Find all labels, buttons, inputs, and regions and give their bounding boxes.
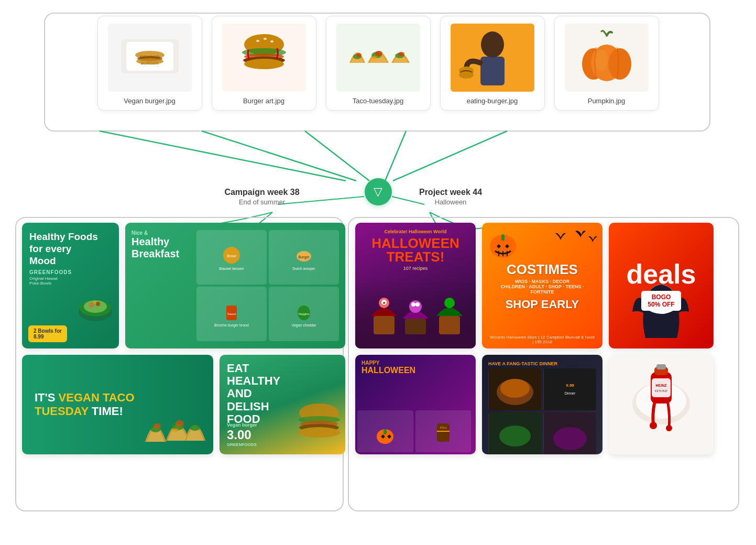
costumes-text: COSTIMES WIGS · MASKS · DECOR CHILDREN ·… [489,261,595,311]
svg-point-76 [444,298,455,308]
healthy-brand: GREENFOODS [29,269,112,275]
svg-point-72 [409,300,422,313]
hw-mag-header: Celebrate! Halloween World HALLOWEENTREA… [361,229,469,271]
cupcake-illustration: 👁 [363,290,468,344]
bats-decoration [555,227,597,255]
asset-card-vegan-burger[interactable]: BEYOND BURGER Vegan burger.jpg [97,16,202,111]
svg-rect-92 [544,368,596,410]
svg-line-2 [202,131,356,181]
svg-point-24 [270,40,273,42]
svg-point-29 [372,56,377,59]
asset-card-eating-burger[interactable]: eating-burger.jpg [440,16,545,111]
svg-text:HEINZ: HEINZ [656,384,667,387]
card-eat-healthy[interactable]: EATHEALTHYANDDELISHFOOD Vegan burger 3.0… [220,355,345,454]
svg-text:KiKa: KiKa [440,426,446,429]
svg-text:Veggies: Veggies [298,312,309,315]
svg-point-16 [136,58,163,64]
campaign-label-right: Project week 44 Halloween [398,188,503,206]
campaign-title-right: Project week 44 [398,188,503,197]
campaign-label-left: Campaign week 38 End of summer [204,188,320,206]
eat-healthy-price: Vegan burger 3.00 GREENFOODS [227,422,257,447]
card-costumes-shop[interactable]: COSTIMES WIGS · MASKS · DECOR CHILDREN ·… [482,223,602,348]
taco-text: IT'S VEGAN TACO TUESDAY TIME! [35,391,135,419]
main-scene: BEYOND BURGER Vegan burger.jpg [0,0,756,545]
asset-label-pumpkin: Pumpkin.jpg [588,97,626,105]
svg-line-1 [100,131,346,181]
svg-point-37 [459,71,474,79]
svg-rect-103 [656,364,666,369]
svg-text:KETCHUP: KETCHUP [655,389,668,393]
svg-line-4 [385,131,406,181]
svg-rect-67 [374,316,395,334]
campaign-title-left: Campaign week 38 [204,188,320,197]
campaign-subtitle-right: Halloween [398,198,503,206]
left-campaign-cluster: Healthy Foodsfor everyMood GREENFOODS Or… [22,223,344,461]
asset-card-taco-tuesday[interactable]: Taco-tuesday.jpg [326,16,431,111]
asset-card-burger-art[interactable]: Burger art.jpg [212,16,316,111]
card-halloween-mag[interactable]: Celebrate! Halloween World HALLOWEENTREA… [355,223,476,348]
svg-point-60 [172,428,179,432]
healthy-sub: Original HawaiiPoke-Bowls [29,276,112,286]
top-assets-row: BEYOND BURGER Vegan burger.jpg [47,16,709,111]
asset-label-vegan-burger: Vegan burger.jpg [124,97,175,105]
svg-text:Sauce: Sauce [227,312,236,315]
svg-line-5 [393,131,507,181]
costumes-footer: Wizards Halloween Store | 12 Campbell Bl… [490,335,595,344]
hw-flyer-products: KiKa [355,408,476,454]
asset-thumb-eating-burger [451,24,534,92]
ketchup-visual: HEINZ KETCHUP [622,362,700,448]
deals-text-content: deals BOGO50% OFF [627,260,696,311]
fang-dinner-grid: 9.99Dinner [488,368,596,454]
card-taco-tuesday[interactable]: IT'S VEGAN TACO TUESDAY TIME! [22,355,213,454]
healthy-headline: Healthy Foodsfor everyMood [29,231,112,267]
card-fang-dinner[interactable]: HAVE A FANG-TASTIC DINNER 9.99Dinner [482,355,602,454]
svg-point-98 [553,427,587,450]
svg-point-46 [96,302,100,306]
svg-text:👁: 👁 [382,301,386,305]
svg-point-59 [176,420,184,427]
right-row-2: HAPPY HALLOWEEN KiKa HAVE A FANG-TASTIC … [355,355,732,454]
svg-point-91 [500,379,530,398]
right-campaign-cluster: Celebrate! Halloween World HALLOWEENTREA… [355,223,732,461]
card-breakfast[interactable]: Nice & Healthy Breakfast Bowl Blauwe bes… [125,223,345,348]
asset-thumb-vegan-burger: BEYOND BURGER [108,24,192,92]
breakfast-products-grid: Bowl Blauwe bessen Burger Dutch wooper S… [194,228,341,343]
svg-rect-104 [652,378,671,397]
asset-thumb-burger-art [222,24,306,92]
svg-point-22 [256,40,259,42]
asset-thumb-pumpkin [565,24,649,92]
svg-text:Burger: Burger [298,255,310,259]
jack-o-lantern [487,228,519,261]
hub-node[interactable]: ▽ [365,178,392,205]
hw-flyer-content: HAPPY HALLOWEEN [361,360,415,375]
asset-thumb-taco-tuesday [336,24,420,92]
card-hw-flyer[interactable]: HAPPY HALLOWEEN KiKa [355,355,476,454]
healthy-price: 2 Bowls for8.99 [28,325,67,342]
svg-point-66 [298,427,340,438]
svg-text:9.99: 9.99 [566,383,574,388]
svg-point-61 [190,424,200,431]
card-healthy-foods[interactable]: Healthy Foodsfor everyMood GREENFOODS Or… [22,223,119,348]
card-ketchup[interactable]: HEINZ KETCHUP [609,355,714,454]
campaign-subtitle-left: End of summer [204,198,320,206]
svg-rect-78 [501,234,505,241]
svg-point-21 [244,59,284,69]
right-row-1: Celebrate! Halloween World HALLOWEENTREA… [355,223,732,348]
svg-text:Bowl: Bowl [227,254,236,258]
left-row-2: IT'S VEGAN TACO TUESDAY TIME! [22,355,344,454]
svg-rect-34 [480,57,505,85]
svg-point-31 [398,52,404,56]
eat-healthy-text: EATHEALTHYANDDELISHFOOD [227,362,280,426]
svg-point-26 [356,53,361,57]
svg-point-73 [411,302,415,307]
svg-rect-75 [439,316,460,334]
asset-card-pumpkin[interactable]: Pumpkin.jpg [554,16,659,111]
svg-point-57 [154,423,161,429]
svg-point-74 [415,302,420,307]
card-deals[interactable]: deals BOGO50% OFF [609,223,714,348]
svg-point-96 [499,426,531,446]
svg-point-41 [595,50,608,71]
svg-text:Dinner: Dinner [564,391,575,395]
breakfast-label: Nice & Healthy Breakfast [132,230,179,260]
svg-point-107 [650,422,657,429]
